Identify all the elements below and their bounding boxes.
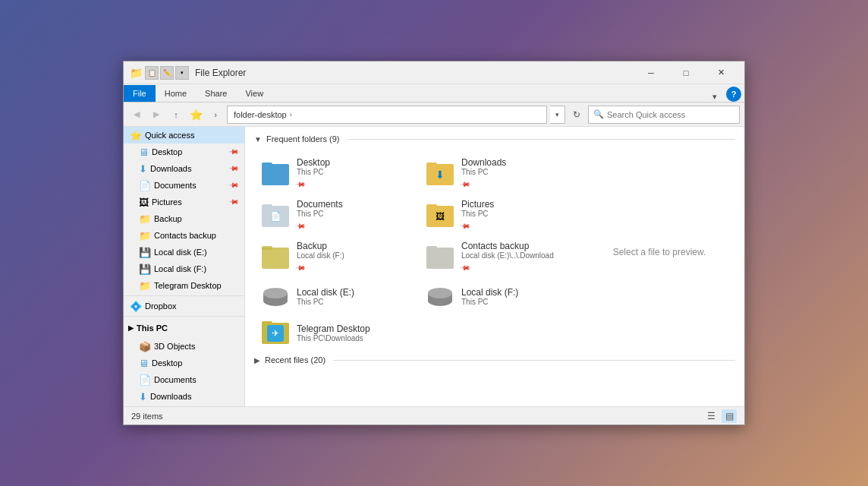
pin-indicator: 📌 [295,179,307,191]
tab-share[interactable]: Share [196,85,236,102]
sidebar-item-dropbox[interactable]: 💠 Dropbox [124,298,244,314]
folder-name: Downloads [461,157,577,168]
back-button[interactable]: ◀ [128,106,145,123]
folder-pictures[interactable]: 🖼 Pictures This PC 📌 [419,194,583,236]
sidebar-divider-2 [124,316,244,317]
folder-name: Backup [297,241,413,251]
folder-downloads[interactable]: ⬇ Downloads This PC 📌 [419,153,583,194]
telegram-folder-info: Telegram Desktop This PC\Downloads [297,323,413,342]
folder-name: Contacts backup [461,241,577,251]
view-controls: ☰ ▤ [703,409,737,423]
folder-name: Desktop [297,157,413,168]
backup-icon: 📁 [139,213,151,225]
address-dropdown[interactable]: ▾ [550,106,565,124]
tab-view[interactable]: View [236,85,272,102]
desktop-pc-icon: 🖥 [139,358,149,369]
folder-name: Documents [297,199,413,210]
preview-pane: Select a file to preview. [583,153,735,351]
folder-name: Pictures [461,199,577,210]
main-content: ⭐ Quick access 🖥 Desktop 📌 ⬇ Downloads 📌… [124,127,744,406]
pin-icon: 📌 [228,180,240,191]
disk-e-icon [260,282,291,310]
section-divider-recent [333,360,735,361]
recent-files-header[interactable]: ▶ Recent files (20) [254,354,735,366]
pin-to-quick-access[interactable]: ⭐ [187,106,204,123]
folder-subtitle: Local disk (E:)\..\.Download [461,251,577,260]
folder-local-e[interactable]: Local disk (E:) This PC [254,278,419,314]
preview-text: Select a file to preview. [613,247,706,257]
sidebar-item-3d-objects[interactable]: 📦 3D Objects [124,338,244,355]
sidebar-item-desktop[interactable]: 🖥 Desktop 📌 [124,144,244,160]
sidebar-item-documents-pc[interactable]: 📄 Documents [124,371,244,388]
folder-name: Local disk (F:) [461,287,577,298]
path-quick-access: folder-desktop [234,110,287,119]
details-view-button[interactable]: ▤ [722,409,737,423]
close-button[interactable]: ✕ [703,62,738,84]
path-chevron: › [207,106,224,123]
tool-icon-2[interactable]: ✏️ [160,66,174,80]
folder-name: Local disk (E:) [297,287,413,298]
status-bar: 29 items ☰ ▤ [124,406,744,424]
sidebar-item-label: 3D Objects [154,342,238,351]
sidebar-item-downloads-pc[interactable]: ⬇ Downloads [124,388,244,405]
frequent-folders-header[interactable]: ▼ Frequent folders (9) [254,133,735,145]
refresh-button[interactable]: ↻ [568,106,585,123]
pin-icon: 📌 [228,163,240,175]
folders-right: ⬇ Downloads This PC 📌 [419,153,583,351]
folder-local-f[interactable]: Local disk (F:) This PC [419,278,583,314]
minimize-button[interactable]: ─ [634,62,668,84]
tool-icon-1[interactable]: 📋 [145,66,159,80]
sidebar-item-pictures[interactable]: 🖼 Pictures 📌 [124,194,244,210]
sidebar-item-label: Desktop [152,147,227,156]
sidebar-item-local-disk-e[interactable]: 💾 Local disk (E:) [124,244,244,260]
help-button[interactable]: ? [726,87,741,102]
sidebar-item-label: Quick access [145,131,238,140]
telegram-icon: 📁 [139,280,151,292]
sidebar-item-documents[interactable]: 📄 Documents 📌 [124,177,244,194]
folder-documents[interactable]: 📄 Documents This PC 📌 [254,194,419,236]
sidebar-item-backup[interactable]: 📁 Backup [124,210,244,227]
disk-f-svg [426,286,454,307]
forward-button[interactable]: ▶ [148,106,165,123]
sidebar-item-label: Contacts backup [154,231,238,240]
folder-backup[interactable]: Backup Local disk (F:) 📌 [254,236,419,278]
section-divider [348,139,735,140]
folder-contacts-backup[interactable]: Contacts backup Local disk (E:)\..\.Down… [419,236,583,278]
tab-file[interactable]: File [124,85,156,102]
folder-subtitle: This PC\Downloads [297,334,413,342]
pictures-folder-info: Pictures This PC 📌 [461,199,577,232]
ribbon-expand[interactable]: ▾ [706,92,723,102]
sidebar-item-telegram[interactable]: 📁 Telegram Desktop [124,277,244,294]
pin-indicator: 📌 [460,179,471,191]
sidebar-item-downloads[interactable]: ⬇ Downloads 📌 [124,160,244,177]
sidebar-item-desktop-pc[interactable]: 🖥 Desktop [124,355,244,371]
sidebar-item-label: Dropbox [145,301,238,311]
local-e-info: Local disk (E:) This PC [297,287,413,306]
quick-access-toolbar-dropdown[interactable]: ▾ [175,66,189,80]
folders-left: Desktop This PC 📌 📄 [254,153,419,351]
address-path[interactable]: folder-desktop › [227,106,547,124]
pin-indicator: 📌 [460,221,471,232]
sidebar-item-contacts-backup[interactable]: 📁 Contacts backup [124,227,244,244]
search-input[interactable] [607,110,734,119]
folder-telegram[interactable]: ✈ Telegram Desktop This PC\Downloads [254,314,419,351]
chevron-icon: ▶ [128,324,134,332]
maximize-button[interactable]: □ [668,62,703,84]
documents-folder-icon: 📄 [260,202,291,229]
window-icon: 📁 [130,67,142,79]
items-count: 29 items [131,412,163,421]
list-view-button[interactable]: ☰ [703,409,719,423]
search-icon: 🔍 [593,109,604,119]
dropbox-icon: 💠 [130,301,142,312]
recent-files-label: Recent files (20) [265,355,326,364]
sidebar-this-pc[interactable]: ▶ This PC [124,318,244,338]
sidebar-item-quick-access[interactable]: ⭐ Quick access [124,127,244,144]
downloads-icon: ⬇ [139,163,147,175]
telegram-folder-icon: ✈ [260,319,291,346]
tab-home[interactable]: Home [156,85,196,102]
desktop-folder-icon [260,160,291,188]
sidebar-item-local-disk-f[interactable]: 💾 Local disk (F:) [124,260,244,277]
up-button[interactable]: ↑ [168,106,184,123]
folder-desktop[interactable]: Desktop This PC 📌 [254,153,419,194]
local-f-info: Local disk (F:) This PC [461,287,577,306]
